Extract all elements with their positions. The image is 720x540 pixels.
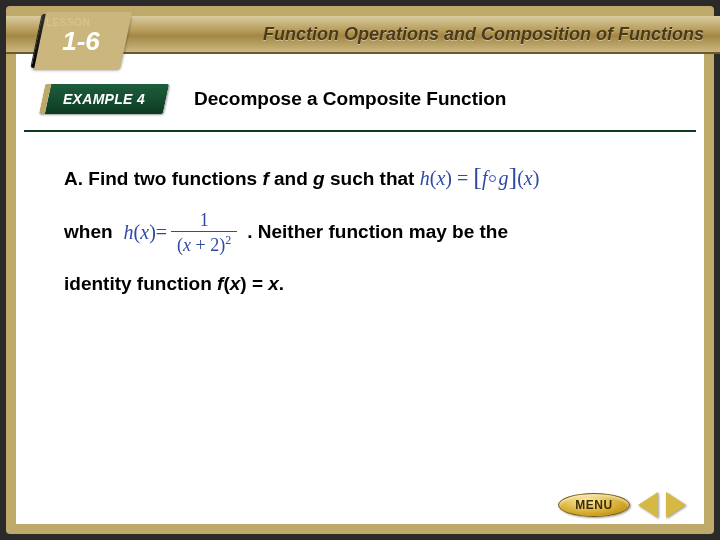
part-label: A. [64,168,83,189]
fraction: 1 (x + 2)2 [171,211,237,255]
menu-label: MENU [575,498,612,512]
text-1a: Find two functions [88,168,262,189]
problem-line-1: A. Find two functions f and g such that … [64,150,666,205]
bottom-nav: MENU [558,492,686,518]
content-area: EXAMPLE 4 Decompose a Composite Function… [24,72,696,496]
example-badge: EXAMPLE 4 [42,84,166,114]
math-hx-equals-frac: h(x) = 1 (x + 2)2 [119,211,242,255]
next-arrow-icon[interactable] [666,492,686,518]
lesson-badge: LESSON 1-6 [36,14,124,68]
example-header-row: EXAMPLE 4 Decompose a Composite Function [24,82,696,122]
when-word: when [64,212,113,252]
menu-button[interactable]: MENU [558,493,630,517]
var-g: g [313,168,325,189]
chapter-title-text: Function Operations and Composition of F… [263,24,704,45]
text-2-tail: . Neither function may be the [247,212,508,252]
slide-frame: Function Operations and Composition of F… [6,6,714,534]
text-1c: such that [325,168,420,189]
math-hx-equals-fg: h(x) = [fg](x) [420,167,540,189]
problem-line-3: identity function f(x) = x. [64,264,666,304]
compose-icon [489,175,496,182]
lesson-number: 1-6 [48,26,114,57]
prev-arrow-icon[interactable] [638,492,658,518]
problem-body: A. Find two functions f and g such that … [64,150,666,304]
divider-line [24,130,696,132]
text-3a: identity function [64,273,217,294]
problem-line-2: when h(x) = 1 (x + 2)2 . Neither functio… [64,211,666,255]
example-title: Decompose a Composite Function [194,88,506,110]
text-1b: and [269,168,313,189]
example-badge-label: EXAMPLE 4 [42,84,166,114]
